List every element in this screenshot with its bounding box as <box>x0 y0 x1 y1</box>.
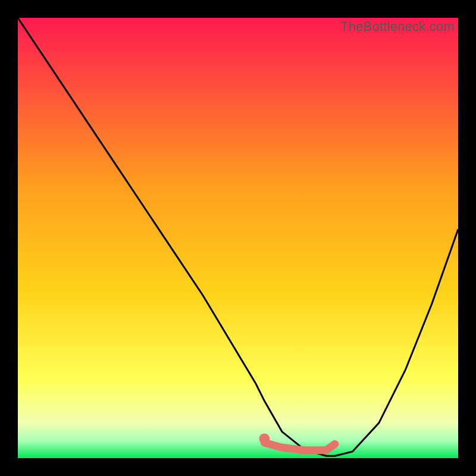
chart-frame: TheBottleneck.com <box>0 0 476 476</box>
chart-svg <box>18 18 458 458</box>
plot-area: TheBottleneck.com <box>18 18 458 458</box>
watermark-text: TheBottleneck.com <box>340 19 455 35</box>
bottleneck-curve <box>18 18 458 456</box>
marker-start-dot <box>259 434 270 444</box>
optimal-range-marker <box>264 443 334 450</box>
